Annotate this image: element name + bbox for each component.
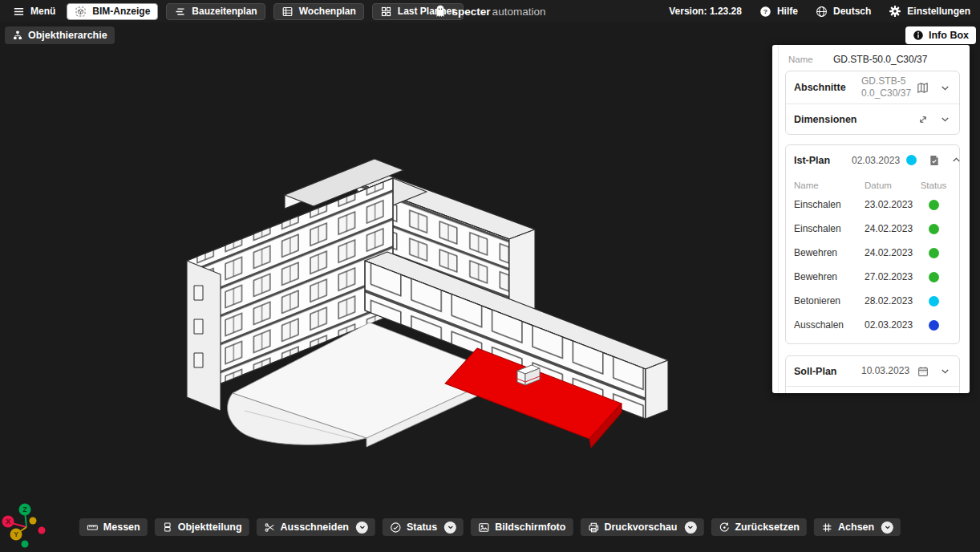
- abschnitte-label: Abschnitte: [794, 82, 861, 93]
- ist-plan-card: Ist-Plan 02.03.2023 Name Datum Stat: [785, 144, 960, 344]
- screenshot-button[interactable]: Bildschirmfoto: [471, 518, 573, 536]
- gizmo-neg-y-dot[interactable]: [30, 518, 37, 525]
- axes-grid-icon: [821, 522, 833, 534]
- col-name: Name: [794, 181, 865, 190]
- status-dot: [929, 296, 939, 306]
- scissors-icon: [264, 522, 276, 534]
- map-icon: [916, 81, 929, 95]
- status-dropdown-button[interactable]: [444, 522, 456, 534]
- language-button[interactable]: Deutsch: [816, 6, 871, 18]
- status-dot: [929, 272, 939, 282]
- reset-button[interactable]: Zurücksetzen: [711, 518, 807, 536]
- menu-button[interactable]: Menü: [10, 4, 59, 19]
- ist-plan-row[interactable]: Einschalen 23.02.2023: [794, 193, 951, 217]
- ist-plan-table: Name Datum Status Einschalen 23.02.2023 …: [786, 175, 959, 343]
- ist-plan-row[interactable]: Betonieren 28.02.2023: [794, 289, 951, 313]
- chevron-down-icon[interactable]: [939, 365, 951, 377]
- info-icon: [913, 30, 924, 41]
- ist-plan-table-header: Name Datum Status: [794, 175, 951, 193]
- help-button[interactable]: ? Hilfe: [759, 6, 798, 18]
- list-table-icon: [281, 6, 294, 18]
- bim-cube-icon: [75, 6, 87, 18]
- brand-logo: specterautomation: [435, 5, 546, 18]
- chevron-down-icon[interactable]: [939, 82, 951, 94]
- info-box-label: Info Box: [929, 30, 969, 41]
- grid-icon: [380, 6, 392, 18]
- measure-button[interactable]: Messen: [79, 518, 148, 536]
- ist-plan-row[interactable]: Bewehren 27.02.2023: [794, 265, 951, 289]
- object-split-button[interactable]: Objektteilung: [155, 518, 249, 536]
- tab-bauzeitenplan[interactable]: Bauzeitenplan: [166, 3, 265, 20]
- object-hierarchy-label: Objekthierarchie: [28, 30, 107, 41]
- split-object-icon: [162, 522, 173, 533]
- axes-dropdown-button[interactable]: [881, 522, 893, 534]
- print-dropdown-button[interactable]: [684, 522, 696, 534]
- chevron-down-icon[interactable]: [939, 113, 951, 125]
- ghost-logo-icon: [435, 5, 447, 18]
- sonstiges-row[interactable]: Sonstiges: [786, 386, 959, 393]
- svg-text:X: X: [6, 518, 10, 526]
- abschnitte-row[interactable]: Abschnitte GD.STB-50.0_C30/37: [786, 71, 959, 104]
- status-dot: [929, 200, 939, 210]
- top-toolbar-left: Menü BIM-Anzeige Bauzeitenplan: [10, 3, 464, 20]
- layers-lines-icon: [174, 6, 186, 18]
- ist-plan-row[interactable]: Ausschalen 02.03.2023: [794, 313, 951, 337]
- status-dot: [929, 320, 939, 331]
- ist-plan-status-dot: [906, 155, 917, 165]
- printer-icon: [587, 522, 599, 534]
- ist-plan-row[interactable]: Bewehren 24.02.2023: [794, 241, 951, 265]
- soll-plan-label: Soll-Plan: [794, 366, 861, 377]
- abschnitte-value: GD.STB-50.0_C30/37: [861, 75, 916, 99]
- ist-plan-header[interactable]: Ist-Plan 02.03.2023: [786, 145, 959, 175]
- dimensionen-row[interactable]: Dimensionen: [786, 104, 959, 134]
- settings-label: Einstellungen: [907, 6, 970, 17]
- hierarchy-icon: [12, 30, 23, 41]
- panel-scrollbar-track[interactable]: [772, 45, 779, 393]
- expand-arrows-icon: [917, 113, 929, 126]
- document-check-icon: [928, 154, 941, 167]
- tab-label: Wochenplan: [299, 6, 356, 17]
- settings-button[interactable]: Einstellungen: [889, 5, 970, 18]
- tab-label: BIM-Anzeige: [92, 6, 150, 17]
- screenshot-icon: [478, 522, 490, 534]
- gizmo-x-axis[interactable]: X: [2, 516, 14, 528]
- gizmo-neg-z-dot[interactable]: [22, 541, 29, 548]
- top-toolbar: Menü BIM-Anzeige Bauzeitenplan: [0, 0, 980, 22]
- help-label: Hilfe: [777, 6, 798, 17]
- cut-button[interactable]: Ausschneiden: [257, 518, 375, 536]
- question-circle-icon: ?: [759, 6, 771, 18]
- chevron-up-icon[interactable]: [950, 154, 962, 166]
- tab-bim-anzeige[interactable]: BIM-Anzeige: [67, 3, 158, 20]
- gizmo-y-axis[interactable]: Y: [10, 529, 22, 541]
- ist-plan-row[interactable]: Einschalen 24.02.2023: [794, 217, 951, 241]
- brand-light: automation: [492, 6, 546, 18]
- dimensionen-label: Dimensionen: [794, 114, 861, 125]
- name-value: GD.STB-50.0_C30/37: [833, 54, 927, 65]
- tab-wochenplan[interactable]: Wochenplan: [273, 3, 364, 20]
- gizmo-neg-x-dot[interactable]: [38, 527, 46, 534]
- hamburger-icon: [13, 6, 25, 18]
- info-box-tab[interactable]: Info Box: [905, 26, 976, 44]
- cut-dropdown-button[interactable]: [356, 522, 368, 534]
- sections-card: Abschnitte GD.STB-50.0_C30/37 Dimensione…: [785, 71, 960, 135]
- building-model: [187, 159, 668, 448]
- print-preview-button[interactable]: Druckvorschau: [580, 518, 703, 536]
- gizmo-z-axis[interactable]: Z: [19, 504, 31, 516]
- status-button[interactable]: Status: [383, 518, 464, 536]
- soll-plan-date: 10.03.2023: [861, 365, 917, 377]
- svg-text:?: ?: [763, 8, 767, 15]
- axes-button[interactable]: Achsen: [814, 518, 901, 536]
- ist-plan-date: 02.03.2023: [852, 155, 900, 166]
- object-hierarchy-button[interactable]: Objekthierarchie: [5, 26, 115, 44]
- brand-bold: specter: [452, 6, 491, 18]
- gear-icon: [889, 5, 901, 18]
- axis-gizmo[interactable]: Z X Y: [0, 494, 67, 552]
- bim-viewport[interactable]: [164, 112, 694, 449]
- col-datum: Datum: [865, 181, 916, 190]
- ruler-icon: [87, 522, 99, 534]
- reset-icon: [718, 522, 730, 534]
- language-label: Deutsch: [833, 6, 871, 17]
- soll-plan-row[interactable]: Soll-Plan 10.03.2023: [786, 356, 959, 386]
- top-toolbar-right: Version: 1.23.28 ? Hilfe Deutsch: [669, 5, 970, 18]
- name-label: Name: [788, 55, 833, 64]
